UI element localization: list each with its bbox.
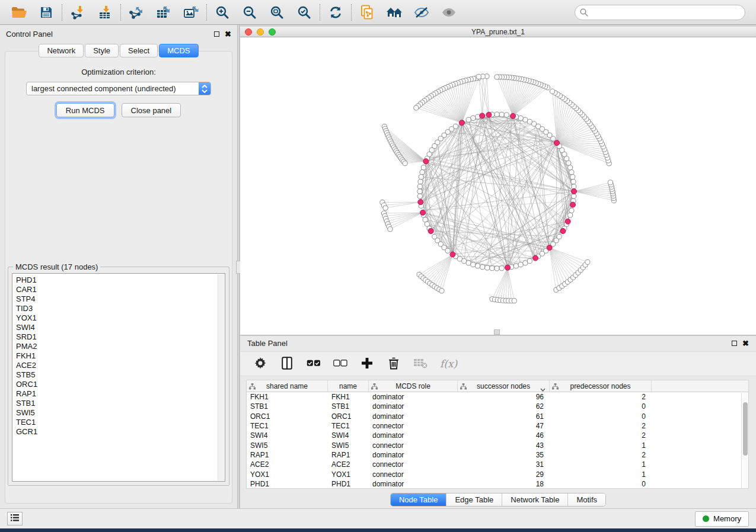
close-panel-icon[interactable]: ✖	[225, 31, 231, 37]
network-node[interactable]	[388, 227, 393, 232]
network-node[interactable]	[490, 266, 495, 271]
result-list-item[interactable]: SWI4	[16, 323, 225, 332]
table-row[interactable]: SWI4SWI4dominator462	[247, 431, 748, 440]
float-panel-icon[interactable]	[214, 31, 219, 37]
table-scrollbar[interactable]	[741, 393, 748, 488]
table-cell[interactable]: dominator	[369, 480, 458, 488]
open-file-button[interactable]	[11, 5, 27, 20]
column-header-predecessor-nodes[interactable]: predecessor nodes	[550, 380, 652, 392]
network-node[interactable]	[480, 265, 485, 270]
result-list-scrollbar[interactable]	[218, 274, 224, 480]
result-list-item[interactable]: YOX1	[16, 313, 225, 323]
table-cell[interactable]: 61	[458, 412, 550, 421]
network-node[interactable]	[557, 234, 562, 239]
zoom-in-button[interactable]	[215, 5, 230, 20]
network-node[interactable]	[462, 259, 467, 264]
table-cell[interactable]: 1	[550, 470, 652, 479]
network-node[interactable]	[518, 262, 523, 267]
mcds-node[interactable]	[428, 228, 433, 233]
export-network-button[interactable]	[129, 5, 144, 20]
deselect-all-button[interactable]	[333, 357, 347, 371]
column-selector-button[interactable]	[280, 357, 294, 371]
network-node[interactable]	[572, 184, 576, 189]
table-cell[interactable]: SWI5	[247, 441, 328, 450]
float-panel-icon[interactable]	[732, 341, 737, 346]
delete-column-button[interactable]	[387, 357, 401, 371]
result-list-item[interactable]: TEC1	[16, 418, 225, 427]
table-row[interactable]: ORC1ORC1dominator610	[247, 412, 748, 421]
table-row[interactable]: STB1STB1dominator620	[247, 402, 748, 411]
export-image-button[interactable]	[183, 5, 199, 20]
table-cell[interactable]: 1	[550, 441, 652, 450]
table-cell[interactable]: 35	[458, 451, 550, 459]
table-cell[interactable]: FKH1	[328, 393, 369, 401]
table-cell[interactable]: connector	[369, 460, 458, 469]
import-network-button[interactable]	[70, 5, 85, 20]
table-row[interactable]: YOX1YOX1connector291	[247, 469, 748, 479]
network-node[interactable]	[527, 119, 532, 124]
select-all-button[interactable]	[307, 357, 321, 371]
table-cell[interactable]: 43	[458, 441, 550, 450]
table-row[interactable]: ACE2ACE2connector311	[247, 460, 748, 469]
column-header-MCDS-role[interactable]: MCDS role	[369, 380, 458, 392]
table-settings-button[interactable]	[253, 357, 267, 371]
table-cell[interactable]: TEC1	[328, 422, 369, 430]
table-cell[interactable]: 18	[458, 480, 550, 488]
result-list-item[interactable]: GCR1	[16, 427, 225, 437]
export-table-button[interactable]	[156, 5, 171, 20]
run-mcds-button[interactable]: Run MCDS	[56, 103, 114, 117]
mcds-node[interactable]	[572, 189, 577, 194]
table-cell[interactable]: RAP1	[328, 451, 369, 459]
result-list-item[interactable]: ACE2	[16, 361, 225, 370]
splitter-handle[interactable]	[494, 329, 500, 335]
zoom-selected-button[interactable]	[296, 5, 312, 20]
result-list-item[interactable]: SWI5	[16, 408, 225, 418]
tab-mcds[interactable]: MCDS	[159, 44, 198, 57]
refresh-view-button[interactable]	[328, 5, 343, 20]
table-cell[interactable]: PHD1	[328, 480, 369, 488]
network-overview-button[interactable]	[387, 5, 402, 20]
network-node[interactable]	[423, 217, 428, 222]
search-input[interactable]	[575, 5, 745, 20]
table-cell[interactable]: 2	[550, 393, 652, 401]
scrollbar-thumb[interactable]	[743, 402, 748, 456]
table-cell[interactable]: YOX1	[247, 470, 328, 479]
add-column-button[interactable]	[360, 357, 374, 371]
table-cell[interactable]: 46	[458, 431, 550, 440]
vertical-splitter[interactable]	[237, 25, 240, 508]
network-node[interactable]	[513, 264, 518, 268]
network-node[interactable]	[504, 113, 509, 117]
clone-network-button[interactable]	[359, 5, 375, 20]
network-node[interactable]	[512, 299, 516, 303]
network-node[interactable]	[417, 189, 422, 194]
table-cell[interactable]: dominator	[369, 393, 458, 401]
criterion-select[interactable]: largest connected component (undirected)	[26, 82, 211, 95]
network-node[interactable]	[523, 261, 528, 265]
table-row[interactable]: SWI5SWI5connector431	[247, 440, 748, 450]
network-node[interactable]	[476, 74, 481, 79]
result-list-item[interactable]: FKH1	[16, 351, 225, 361]
chevron-down-icon[interactable]	[540, 385, 546, 393]
result-list-item[interactable]: STB1	[16, 399, 225, 408]
table-row[interactable]: TEC1TEC1connector472	[247, 421, 748, 431]
network-node[interactable]	[476, 264, 480, 268]
mcds-node[interactable]	[560, 228, 566, 233]
network-node[interactable]	[569, 170, 574, 175]
import-table-button[interactable]	[97, 5, 113, 20]
tab-network[interactable]: Network	[39, 44, 84, 57]
column-header-successor-nodes[interactable]: successor nodes	[458, 380, 550, 392]
table-cell[interactable]: 0	[550, 480, 652, 488]
table-cell[interactable]: YOX1	[328, 470, 369, 479]
result-list-item[interactable]: PMA2	[16, 342, 225, 351]
memory-button[interactable]: Memory	[695, 511, 749, 527]
network-node[interactable]	[439, 289, 444, 293]
network-node[interactable]	[485, 265, 490, 270]
table-cell[interactable]: 2	[550, 431, 652, 440]
table-cell[interactable]: dominator	[369, 412, 458, 421]
mcds-node[interactable]	[480, 113, 485, 118]
table-cell[interactable]: STB1	[328, 402, 369, 411]
table-cell[interactable]: dominator	[369, 402, 458, 411]
network-node[interactable]	[466, 117, 471, 122]
zoom-out-button[interactable]	[242, 5, 257, 20]
mcds-node[interactable]	[420, 210, 426, 215]
